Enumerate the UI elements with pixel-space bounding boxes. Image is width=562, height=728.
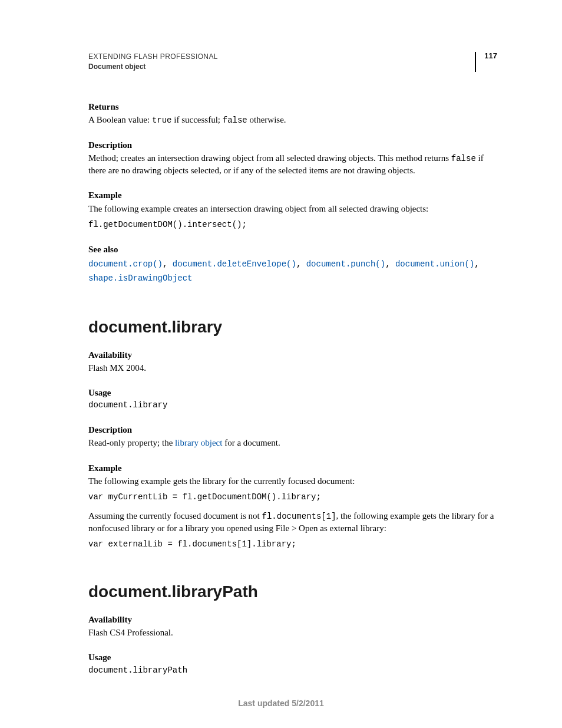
example-code-2a: var myCurrentLib = fl.getDocumentDOM().l… — [88, 492, 497, 503]
example-label-2: Example — [88, 462, 497, 474]
footer-text: Last updated 5/2/2011 — [0, 698, 562, 709]
availability-label: Availability — [88, 349, 497, 361]
link-document-union[interactable]: document.union() — [395, 259, 474, 269]
example-text-2b: Assuming the currently focused document … — [88, 510, 497, 534]
example-text: The following example creates an interse… — [88, 203, 497, 215]
description-text-2: Read-only property; the library object f… — [88, 437, 497, 449]
usage-label: Usage — [88, 387, 497, 398]
link-document-punch[interactable]: document.punch() — [306, 259, 385, 269]
link-shape-isdrawingobject[interactable]: shape.isDrawingObject — [88, 274, 192, 283]
heading-document-library: document.library — [88, 316, 497, 338]
description-label-2: Description — [88, 424, 497, 436]
description-label: Description — [88, 139, 497, 151]
page: EXTENDING FLASH PROFESSIONAL Document ob… — [0, 0, 562, 728]
usage-label-2: Usage — [88, 651, 497, 663]
returns-text: A Boolean value: true if successful; fal… — [88, 114, 497, 126]
returns-label: Returns — [88, 101, 497, 113]
header-title: EXTENDING FLASH PROFESSIONAL — [88, 52, 475, 62]
usage-code: document.library — [88, 400, 497, 411]
seealso-label: See also — [88, 243, 497, 255]
page-number: 117 — [475, 52, 497, 72]
usage-code-2: document.libraryPath — [88, 665, 497, 676]
link-library-object[interactable]: library object — [175, 438, 222, 447]
example-label: Example — [88, 189, 497, 201]
heading-document-librarypath: document.libraryPath — [88, 581, 497, 603]
availability-text: Flash MX 2004. — [88, 362, 497, 374]
page-header: EXTENDING FLASH PROFESSIONAL Document ob… — [88, 52, 497, 73]
availability-text-2: Flash CS4 Professional. — [88, 627, 497, 638]
content: Returns A Boolean value: true if success… — [88, 101, 497, 676]
seealso-links: document.crop(), document.deleteEnvelope… — [88, 256, 497, 285]
example-code: fl.getDocumentDOM().intersect(); — [88, 219, 497, 230]
example-text-2a: The following example gets the library f… — [88, 475, 497, 487]
header-section: Document object — [88, 62, 475, 72]
availability-label-2: Availability — [88, 614, 497, 625]
header-text: EXTENDING FLASH PROFESSIONAL Document ob… — [88, 52, 475, 73]
example-code-2b: var externalLib = fl.documents[1].librar… — [88, 539, 497, 550]
link-document-deleteenvelope[interactable]: document.deleteEnvelope() — [173, 259, 296, 269]
description-text: Method; creates an intersection drawing … — [88, 152, 497, 176]
link-document-crop[interactable]: document.crop() — [88, 259, 163, 269]
